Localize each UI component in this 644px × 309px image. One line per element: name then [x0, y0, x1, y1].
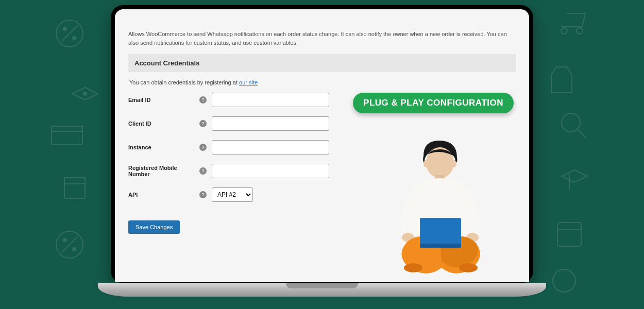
- svg-rect-20: [557, 222, 581, 246]
- svg-point-12: [63, 238, 66, 242]
- label-instance: Instance: [128, 144, 199, 150]
- svg-line-11: [62, 237, 77, 252]
- help-icon[interactable]: ?: [199, 96, 207, 104]
- svg-point-13: [73, 248, 76, 251]
- help-icon[interactable]: ?: [199, 144, 207, 151]
- instance-input[interactable]: [212, 140, 329, 154]
- svg-rect-32: [420, 244, 461, 248]
- subnote-text: You can obtain credentials by registerin…: [129, 79, 239, 85]
- label-api: API: [128, 192, 199, 198]
- laptop-mockup: Allows WooCommerce to send Whatsapp noti…: [98, 5, 546, 304]
- svg-point-15: [577, 28, 583, 34]
- api-select[interactable]: API #2: [212, 187, 253, 202]
- svg-point-30: [459, 263, 478, 272]
- mobile-input[interactable]: [212, 164, 329, 178]
- save-changes-button[interactable]: Save Changes: [128, 220, 180, 234]
- plugin-description: Allows WooCommerce to send Whatsapp noti…: [128, 30, 516, 47]
- laptop-frame: Allows WooCommerce to send Whatsapp noti…: [111, 5, 533, 283]
- label-client: Client ID: [128, 121, 199, 127]
- svg-rect-6: [52, 126, 82, 144]
- svg-rect-31: [420, 218, 461, 246]
- laptop-base: [98, 283, 546, 297]
- promo-badge: PLUG & PLAY CONFIGURATION: [353, 93, 514, 113]
- svg-marker-18: [562, 170, 587, 182]
- svg-point-22: [553, 269, 575, 292]
- svg-point-2: [63, 27, 66, 30]
- credentials-subnote: You can obtain credentials by registerin…: [128, 72, 516, 93]
- svg-point-3: [73, 37, 76, 40]
- svg-rect-8: [64, 178, 85, 198]
- svg-line-17: [578, 130, 586, 138]
- section-header-credentials: Account Credentials: [128, 54, 516, 72]
- help-icon[interactable]: ?: [199, 120, 207, 127]
- label-email: Email ID: [128, 97, 199, 103]
- svg-point-24: [423, 160, 429, 167]
- svg-point-14: [561, 28, 567, 34]
- client-input[interactable]: [212, 116, 329, 131]
- svg-point-16: [562, 113, 580, 132]
- row-client: Client ID ?: [128, 116, 516, 131]
- svg-point-10: [56, 231, 83, 258]
- our-site-link[interactable]: our site: [239, 79, 258, 85]
- svg-point-25: [451, 160, 456, 167]
- laptop-screen: Allows WooCommerce to send Whatsapp noti…: [115, 9, 529, 282]
- character-illustration: [380, 138, 498, 282]
- svg-point-29: [404, 263, 422, 272]
- email-input[interactable]: [212, 93, 329, 107]
- help-icon[interactable]: ?: [199, 191, 207, 198]
- svg-point-0: [56, 20, 83, 47]
- svg-marker-4: [72, 88, 98, 100]
- svg-line-1: [62, 26, 77, 41]
- help-icon[interactable]: ?: [199, 167, 207, 175]
- svg-point-5: [83, 92, 87, 95]
- label-mobile: Registered Mobile Number: [128, 165, 199, 177]
